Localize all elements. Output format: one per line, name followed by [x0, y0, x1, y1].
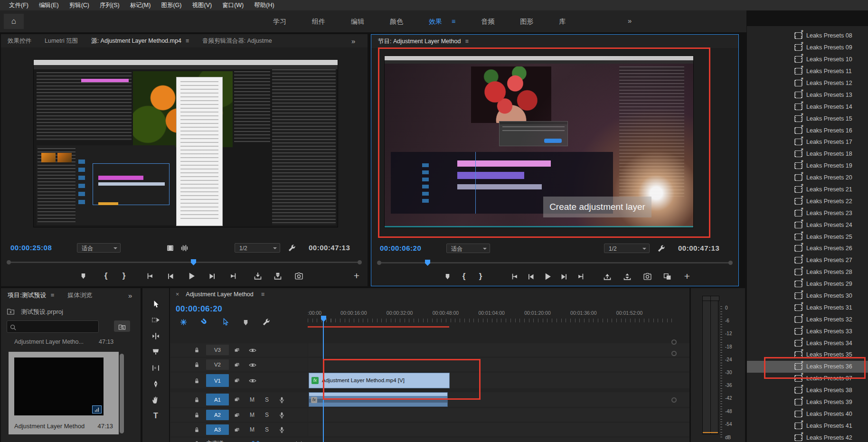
preset-item[interactable]: Leaks Presets 09 [747, 42, 868, 54]
panel-tab[interactable]: 源: Adjustment Layer Method.mp4 [85, 37, 196, 45]
mic-record-icon[interactable] [278, 395, 285, 404]
preset-item[interactable]: Leaks Presets 18 [747, 148, 868, 160]
track-lane[interactable] [308, 343, 689, 357]
home-icon[interactable]: ⌂ [4, 14, 24, 29]
preset-item[interactable]: Leaks Presets 28 [747, 266, 868, 278]
workspace-tab[interactable]: 库 [546, 10, 578, 32]
solo-button[interactable]: S [265, 426, 269, 433]
mark-in-icon[interactable]: { [100, 270, 112, 282]
preset-item[interactable]: Leaks Presets 29 [747, 278, 868, 290]
search-input[interactable] [19, 321, 97, 332]
preset-item[interactable]: Leaks Presets 42 [747, 432, 868, 442]
track-name[interactable]: A3 [206, 424, 229, 435]
export-frame-icon[interactable] [641, 270, 653, 282]
play-icon[interactable] [185, 270, 198, 282]
drag-audio-icon[interactable] [180, 244, 189, 252]
preset-item[interactable]: Leaks Presets 14 [747, 101, 868, 113]
nest-toggle-icon[interactable] [179, 318, 188, 326]
menu-item[interactable]: 窗口(W) [217, 1, 249, 9]
mark-out-icon[interactable]: } [118, 270, 130, 282]
workspace-tab[interactable]: 组件 [299, 10, 338, 32]
preset-item[interactable]: Leaks Presets 27 [747, 254, 868, 266]
preset-item[interactable]: Leaks Presets 24 [747, 219, 868, 231]
comparison-view-icon[interactable] [661, 270, 673, 282]
preset-item[interactable]: Leaks Presets 32 [747, 313, 868, 325]
type-tool[interactable]: T [149, 410, 162, 422]
close-icon[interactable]: × [176, 291, 179, 298]
lock-icon[interactable] [194, 425, 200, 434]
step-forward-icon[interactable] [206, 270, 218, 282]
snap-magnet-icon[interactable] [198, 316, 210, 328]
menu-item[interactable]: 标记(M) [125, 1, 156, 9]
slip-tool[interactable] [149, 361, 162, 374]
preset-item[interactable]: Leaks Presets 25 [747, 231, 868, 243]
track-select-forward-tool[interactable] [149, 313, 162, 326]
preset-item[interactable]: Leaks Presets 22 [747, 195, 868, 207]
workspace-tab[interactable]: 颜色 [377, 10, 416, 32]
scroll-handle[interactable] [671, 397, 677, 403]
list-item[interactable]: Adjustment Layer Metho... 47:13 [14, 339, 84, 345]
timeline-timecode[interactable]: 00:00:06:20 [176, 304, 222, 314]
preset-item[interactable]: Leaks Presets 41 [747, 420, 868, 432]
preset-item[interactable]: Leaks Presets 12 [747, 77, 868, 89]
scroll-handle[interactable] [671, 339, 677, 345]
panel-tab[interactable]: 媒体浏览 [61, 291, 99, 300]
settings-wrench-icon[interactable] [657, 244, 665, 253]
preset-item[interactable]: Leaks Presets 40 [747, 408, 868, 420]
overwrite-icon[interactable] [272, 270, 284, 282]
linked-selection-icon[interactable] [221, 318, 229, 326]
preset-item[interactable]: Leaks Presets 31 [747, 301, 868, 313]
mute-button[interactable]: M [250, 426, 255, 433]
project-breadcrumb[interactable]: 测试预设.prproj [21, 308, 63, 316]
export-frame-icon[interactable] [292, 270, 305, 282]
preset-item[interactable]: Leaks Presets 16 [747, 124, 868, 136]
panel-tab[interactable]: 效果控件 [1, 37, 38, 45]
source-zoom-select[interactable]: 适合 [77, 243, 121, 253]
drag-video-icon[interactable] [166, 244, 174, 252]
go-to-in-icon[interactable] [508, 270, 520, 282]
sync-lock-icon[interactable] [234, 425, 240, 434]
sync-lock-icon[interactable] [234, 376, 240, 385]
preset-item[interactable]: Leaks Presets 13 [747, 89, 868, 101]
folder-up-icon[interactable] [7, 307, 15, 316]
preset-item[interactable]: Leaks Presets 34 [747, 337, 868, 349]
solo-button[interactable]: S [265, 412, 269, 418]
bowtie-pan-icon[interactable] [295, 439, 302, 442]
insert-icon[interactable] [252, 270, 264, 282]
panel-tab[interactable]: 音频剪辑混合器: Adjustme [196, 37, 279, 45]
workspace-tab[interactable]: 音频 [468, 10, 507, 32]
menu-item[interactable]: 文件(F) [4, 1, 34, 9]
source-playhead[interactable] [191, 259, 196, 265]
track-name[interactable]: V3 [206, 345, 229, 355]
play-icon[interactable] [541, 270, 554, 282]
preset-item[interactable]: Leaks Presets 21 [747, 184, 868, 196]
razor-tool[interactable] [149, 345, 162, 357]
mute-button[interactable]: M [250, 396, 255, 403]
master-level-value[interactable]: 0.0 [252, 440, 260, 442]
source-current-timecode[interactable]: 00:00:25:08 [10, 244, 52, 252]
track-name[interactable]: V1 [206, 374, 229, 387]
menu-item[interactable]: 视图(V) [187, 1, 217, 9]
preset-item[interactable]: Leaks Presets 19 [747, 160, 868, 172]
add-marker-icon[interactable] [242, 318, 249, 327]
solo-button[interactable]: S [265, 396, 269, 403]
program-zoom-select[interactable]: 适合 [446, 244, 490, 253]
lock-icon[interactable] [194, 376, 200, 385]
add-marker-icon[interactable] [441, 270, 453, 282]
mute-button[interactable]: M [250, 412, 255, 418]
search-bin-button[interactable] [114, 320, 130, 332]
preset-item[interactable]: Leaks Presets 11 [747, 66, 868, 77]
preset-item[interactable]: Leaks Presets 30 [747, 290, 868, 302]
preset-item[interactable]: Leaks Presets 33 [747, 325, 868, 337]
workspace-tab[interactable]: 效果 [416, 10, 468, 32]
mark-out-icon[interactable]: } [474, 270, 487, 282]
toggle-visibility-eye-icon[interactable] [249, 360, 256, 369]
add-marker-icon[interactable] [77, 270, 89, 282]
lift-icon[interactable] [601, 270, 613, 282]
mic-record-icon[interactable] [278, 411, 285, 419]
panel-tab[interactable]: Lumetri 范围 [38, 37, 85, 45]
extract-icon[interactable] [621, 270, 633, 282]
button-editor-icon[interactable]: + [681, 270, 693, 282]
lock-icon[interactable] [194, 346, 200, 354]
program-title-tab[interactable]: 节目: Adjustment Layer Method [371, 38, 475, 46]
